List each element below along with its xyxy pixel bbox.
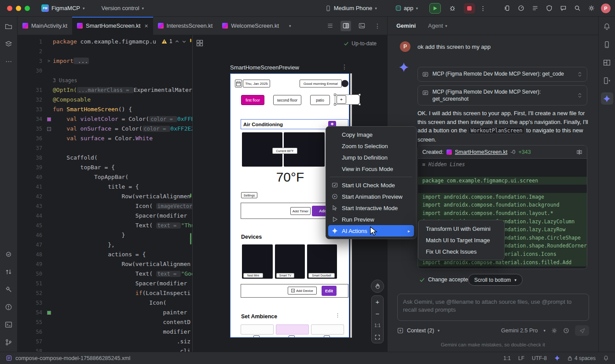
project-tool-button[interactable] [3, 20, 15, 33]
tab-mainactivity[interactable]: MainActivity.kt [18, 17, 72, 35]
add-device-button[interactable]: + Add Device [288, 287, 317, 295]
floor-tab-patio[interactable]: patio [310, 95, 330, 105]
code-line[interactable]: 51 Spacer(modifier [18, 279, 192, 288]
ambience-swatch[interactable] [276, 324, 309, 335]
hidden-tabs-dropdown[interactable]: ▾ [285, 21, 295, 31]
context-icon[interactable] [397, 328, 403, 334]
tool-call-get-screenshot[interactable]: MCP (Figma Remote Dev Mode MCP Server): … [417, 85, 587, 106]
indent-widget[interactable]: 4 spaces [567, 355, 596, 361]
vcs-menu[interactable]: Version control ▾ [98, 3, 148, 13]
menu-item-start-interactive-mode[interactable]: Start Interactive Mode [328, 202, 414, 214]
open-diff-icon[interactable] [576, 149, 582, 155]
code-line[interactable]: 46 } [18, 230, 192, 240]
problems-tool-button[interactable] [3, 301, 15, 313]
code-line[interactable]: 54 painter [18, 308, 192, 317]
code-line[interactable]: 48 actions = { [18, 250, 192, 259]
fold-icon[interactable]: > [45, 56, 53, 66]
submenu-item-fix-ui-check-issues[interactable]: Fix UI Check Issues [421, 246, 502, 257]
terminal-tool-button[interactable] [3, 318, 15, 331]
history-icon[interactable] [563, 328, 569, 334]
gemini-input[interactable]: Ask Gemini, use @filename to attach sour… [397, 294, 589, 321]
device-manager-button[interactable] [601, 38, 613, 51]
debug-button[interactable] [446, 3, 458, 14]
settings-chip[interactable]: Settings [241, 192, 257, 198]
floor-tab-add[interactable]: + [337, 95, 346, 104]
code-line[interactable]: 3>import ... [18, 56, 192, 66]
send-button[interactable] [575, 325, 589, 336]
usages-hint[interactable]: 3 Usages [53, 77, 77, 84]
tab-smarthomescreen[interactable]: SmartHomeScreen.kt × [72, 17, 153, 35]
menu-item-jump-to-definition[interactable]: Jump to Definition [328, 152, 414, 163]
tool-call-get-code[interactable]: MCP (Figma Remote Dev Mode MCP Server): … [417, 67, 587, 82]
device-selector[interactable]: Medium Phone ▾ [322, 3, 381, 13]
code-line[interactable]: 43 Icon( imageVector [18, 201, 192, 211]
line-ending[interactable]: LF [518, 355, 524, 361]
selection-handle[interactable] [359, 103, 361, 106]
run-button[interactable] [429, 3, 441, 14]
logcat-button[interactable] [529, 3, 541, 14]
code-line[interactable]: 32@Composable [18, 95, 192, 105]
encoding[interactable]: UTF-8 [532, 355, 547, 361]
pan-tool-button[interactable] [371, 280, 384, 293]
preview-grid-icon[interactable] [196, 40, 203, 47]
selection-handle[interactable] [334, 103, 336, 106]
ambience-swatch[interactable] [311, 324, 344, 335]
design-view-button[interactable] [356, 21, 367, 31]
menu-item-start-animation-preview[interactable]: Start Animation Preview [328, 191, 414, 202]
code-line[interactable]: 53 Icon( [18, 298, 192, 308]
submenu-item-match-ui-to-target-image[interactable]: Match UI to Target Image [421, 234, 502, 246]
code-line[interactable]: 2 [18, 47, 192, 56]
build-tool-button[interactable] [3, 283, 15, 295]
search-everywhere-button[interactable] [571, 3, 583, 14]
code-view-button[interactable] [325, 21, 335, 31]
notifications-button[interactable] [601, 20, 613, 33]
code-line[interactable]: 58 .cli [18, 346, 192, 352]
created-file-link[interactable]: SmartHomeScreen.kt [455, 149, 507, 155]
code-line[interactable]: 45 Text( text = "Thu, [18, 221, 192, 230]
commit-tool-button[interactable] [3, 248, 15, 260]
menu-item-run-preview[interactable]: Run Preview [328, 214, 414, 225]
inspections-widget[interactable]: 1 [158, 37, 190, 45]
code-line[interactable]: 30 [18, 66, 192, 76]
code-line[interactable]: 55 contentD [18, 317, 192, 327]
cursor-position[interactable]: 1:1 [503, 355, 511, 361]
gemini-status-icon[interactable] [554, 355, 560, 361]
code-line[interactable]: 44 Spacer(modifier [18, 211, 192, 221]
menu-item-zoom-to-selection[interactable]: Zoom to Selection [328, 140, 414, 152]
code-line[interactable]: 40 TopAppBar( [18, 172, 192, 182]
tab-options-button[interactable]: ⋮ [372, 21, 383, 31]
minimize-window-button[interactable] [16, 6, 21, 11]
menu-item-view-in-focus-mode[interactable]: View in Focus Mode [328, 163, 414, 175]
version-control-tool-button[interactable] [3, 336, 15, 348]
close-window-button[interactable] [7, 6, 12, 11]
profiler-button[interactable] [515, 3, 527, 14]
tab-gemini[interactable]: Gemini [396, 22, 416, 29]
tab-agent[interactable]: Agent▾ [428, 22, 447, 29]
submenu-item-transform-ui-with-gemini[interactable]: Transform UI with Gemini [421, 223, 502, 234]
scroll-to-bottom-button[interactable]: Scroll to bottom ▾ [468, 274, 523, 286]
expand-icon[interactable] [577, 71, 582, 77]
layout-inspector-button[interactable] [601, 56, 613, 69]
ambience-options-icon[interactable]: ⋮ [335, 313, 340, 318]
notifications-status-icon[interactable] [603, 355, 609, 361]
code-line[interactable]: 36 val surface = Color.White [18, 134, 192, 143]
code-line[interactable]: 34 val violetColor = Color(color = 0xFFE… [18, 114, 192, 124]
preview-options-icon[interactable]: ⋮ [341, 63, 348, 70]
assistant-button[interactable] [557, 3, 569, 14]
tab-welcomescreen[interactable]: WelcomeScreen.kt [217, 17, 284, 35]
settings-button[interactable] [585, 3, 597, 14]
app-insights-button[interactable] [543, 3, 555, 14]
edit-button[interactable]: Edit [322, 286, 337, 296]
menu-item-start-ui-check-mode[interactable]: Start UI Check Mode [328, 179, 414, 191]
device-mirroring-button[interactable] [501, 3, 513, 14]
more-run-options-button[interactable]: ⋮ [477, 3, 489, 14]
zoom-level[interactable]: 1:1 [374, 320, 381, 331]
floor-tab-second[interactable]: second floor [273, 95, 301, 105]
maximize-window-button[interactable] [25, 6, 30, 11]
stop-button[interactable] [464, 3, 475, 14]
expand-icon[interactable] [577, 92, 582, 98]
component-selection-box[interactable]: + [335, 95, 360, 105]
code-line[interactable]: 47 }, [18, 240, 192, 250]
code-line[interactable]: 35 val onSurface = Color(color = 0xFF2E2 [18, 124, 192, 134]
floor-tab-first[interactable]: first floor [241, 95, 264, 105]
